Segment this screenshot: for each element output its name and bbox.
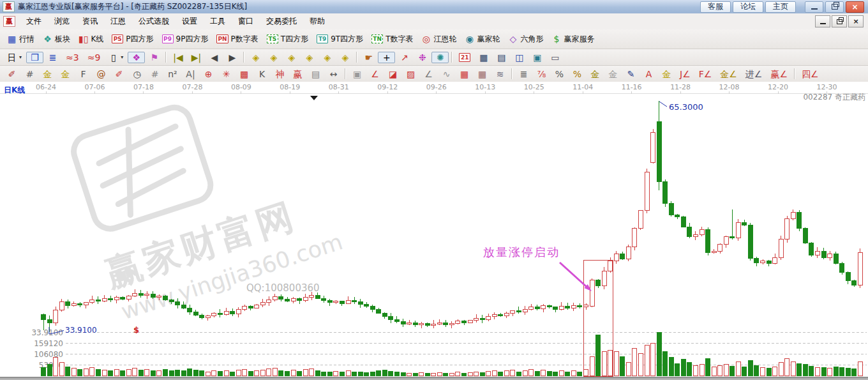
percent-button[interactable]: % <box>551 68 568 80</box>
minimize-button[interactable] <box>805 1 823 13</box>
gold-section-a-button[interactable]: 金 <box>39 68 56 80</box>
mdi-close-button[interactable]: × <box>848 15 864 27</box>
info-note-button[interactable]: ≣ <box>44 52 61 63</box>
prev-page-button[interactable]: ◀ <box>206 52 223 63</box>
percent-retrace-button[interactable]: ⅞ <box>533 68 550 80</box>
candle-style-dropdown-button[interactable]: ▯▾ <box>105 52 127 63</box>
gold-circle-button[interactable]: 金 <box>587 68 604 80</box>
hatch-box-button[interactable]: ▨ <box>402 68 419 80</box>
calculator-button[interactable]: ▦ <box>475 52 492 63</box>
percent-lines-button[interactable]: % <box>569 68 586 80</box>
angle-j-button[interactable]: J∠ <box>676 68 694 80</box>
restore-button[interactable] <box>825 1 844 13</box>
gold-section-b-button[interactable]: 金 <box>57 68 74 80</box>
gann-tool-button[interactable]: ❉ <box>414 52 431 63</box>
hand-pan-button[interactable]: ☛ <box>360 52 377 63</box>
menu-trade-order[interactable]: 交易委托 <box>260 14 303 29</box>
period-day-dropdown-button[interactable]: 日▾ <box>3 52 26 63</box>
9t-square-button[interactable]: T99T四方形 <box>313 33 367 46</box>
t-square-button[interactable]: TST四方形 <box>263 33 312 46</box>
diamond-left-button[interactable]: ◈ <box>247 52 264 63</box>
last-page-button[interactable]: ▶| <box>188 52 205 63</box>
mdi-minimize-button[interactable] <box>815 15 830 27</box>
menu-gann[interactable]: 江恩 <box>104 14 132 29</box>
hatch-lines-button[interactable]: ≋ <box>491 68 509 80</box>
diamond-vertical-button[interactable]: ◈ <box>301 52 318 63</box>
menu-browse[interactable]: 浏览 <box>48 14 76 29</box>
filled-fan-button[interactable]: ◪ <box>384 68 401 80</box>
fib-tool-button[interactable]: F <box>75 68 92 80</box>
support-button[interactable]: 客服 <box>700 1 731 13</box>
menu-settings[interactable]: 设置 <box>176 14 204 29</box>
red-grid-a-button[interactable]: ▦ <box>456 68 473 80</box>
sectors-button[interactable]: ❖板块 <box>39 33 74 46</box>
ink-pen-button[interactable]: ✎ <box>622 68 640 80</box>
menu-file[interactable]: 文件 <box>20 14 48 29</box>
red-pen-button[interactable]: ✐ <box>110 68 128 80</box>
zigzag-button[interactable]: ∿ <box>438 68 455 80</box>
p-number-table-button[interactable]: PNP数字表 <box>213 33 262 46</box>
wave-9-button[interactable]: ≈9 <box>84 52 105 63</box>
menu-news[interactable]: 资讯 <box>76 14 104 29</box>
p-square-button[interactable]: PSP四方形 <box>108 33 157 46</box>
market-quotes-button[interactable]: ▦行情 <box>3 33 38 46</box>
text-note-button[interactable]: A| <box>182 68 199 80</box>
menu-window[interactable]: 窗口 <box>232 14 260 29</box>
rail-grid-button[interactable]: # <box>21 68 38 80</box>
t-number-table-button[interactable]: TNT数字表 <box>368 33 417 46</box>
gann-circle-button[interactable]: ⊕ <box>200 68 217 80</box>
9p-square-button[interactable]: P99P四方形 <box>158 33 213 46</box>
dense-grid-button[interactable]: # <box>146 68 163 80</box>
diamond-right-button[interactable]: ◈ <box>265 52 282 63</box>
mdi-restore-button[interactable] <box>832 15 847 27</box>
angle-gold-button[interactable]: 金∠ <box>716 68 741 80</box>
diamond-all-button[interactable]: ◈ <box>336 52 354 63</box>
time-cycle-button[interactable]: ◷ <box>128 68 146 80</box>
network-button[interactable]: ▣ <box>528 52 546 63</box>
save-button[interactable]: ◫ <box>511 52 528 63</box>
diamond-expand-button[interactable]: ◈ <box>318 52 336 63</box>
angle-jin-button[interactable]: 进∠ <box>742 68 767 80</box>
ray-star-button[interactable]: ✳ <box>218 68 235 80</box>
gann-wheel-button[interactable]: ◎江恩轮 <box>417 33 460 46</box>
next-page-button[interactable]: ▶ <box>223 52 241 63</box>
winner-service-button[interactable]: $赢家服务 <box>548 33 598 46</box>
ruler-button[interactable]: ▤ <box>307 68 324 80</box>
fractal-tool-button[interactable]: ✺ <box>431 52 449 63</box>
red-grid-b-button[interactable]: ▦ <box>474 68 491 80</box>
notepad-button[interactable]: ▤ <box>493 52 510 63</box>
gold-band-button[interactable]: 金 <box>604 68 622 80</box>
angle-ying-button[interactable]: 赢∠ <box>767 68 791 80</box>
pattern-tool-button[interactable]: ❖ <box>128 52 145 63</box>
shade-box-button[interactable]: ▩ <box>236 68 253 80</box>
menu-formula-select[interactable]: 公式选股 <box>132 14 176 29</box>
ying-grid-button[interactable]: 赢 <box>289 68 306 80</box>
zoom-region-button[interactable]: ❒ <box>26 52 43 63</box>
calendar-button[interactable]: 21 <box>455 52 474 63</box>
menu-help[interactable]: 帮助 <box>303 14 331 29</box>
kline-button[interactable]: ▮▯K线 <box>75 33 107 46</box>
trendline-r-button[interactable]: ↗ <box>396 52 413 63</box>
crosshair-button[interactable]: + <box>378 52 395 63</box>
pen-tool-button[interactable]: ✐ <box>3 68 20 80</box>
close-button[interactable]: × <box>846 1 864 13</box>
wave-a-button[interactable]: A <box>640 68 657 80</box>
shen-grid-button[interactable]: 神 <box>271 68 288 80</box>
angle-fan-button[interactable]: ∠ <box>420 68 437 80</box>
angle-si-button[interactable]: 四∠ <box>798 68 823 80</box>
diamond-horizontal-button[interactable]: ◈ <box>283 52 300 63</box>
anchor-box-button[interactable]: ▣ <box>348 68 366 80</box>
first-page-button[interactable]: |◀ <box>169 52 186 63</box>
angle-f-button[interactable]: F∠ <box>695 68 716 80</box>
n-square-button[interactable]: n² <box>164 68 181 80</box>
hexagon-button[interactable]: ◇六角形 <box>504 33 547 46</box>
kline-chart-area[interactable]: 日K线 06-2407-0607-1807-2808-0908-1908-310… <box>0 82 868 377</box>
wave-3-button[interactable]: ≈3 <box>62 52 83 63</box>
spiral-tool-button[interactable]: @ <box>93 68 110 80</box>
fan-rays-button[interactable]: ∠ <box>366 68 384 80</box>
color-volume-button[interactable]: ⚑ <box>146 52 163 63</box>
h-measure-button[interactable]: ↔ <box>325 68 342 80</box>
scale-axis-button[interactable]: ≣ <box>515 68 532 80</box>
menu-tools[interactable]: 工具 <box>204 14 232 29</box>
print-button[interactable]: ▭ <box>546 52 564 63</box>
